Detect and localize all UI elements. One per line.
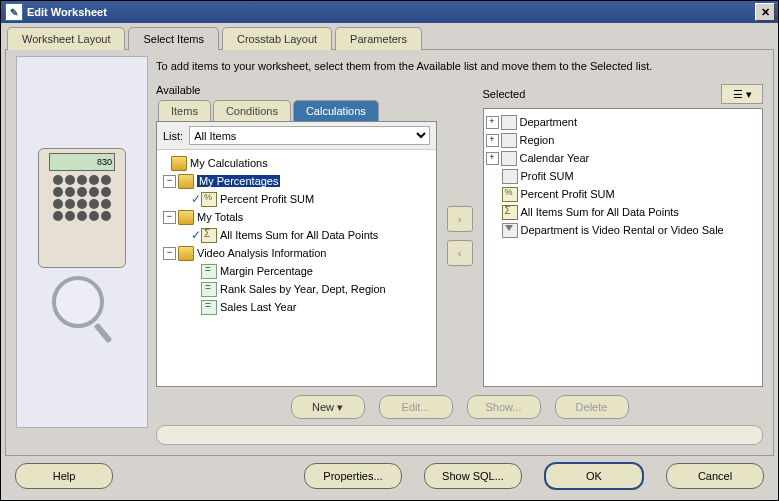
help-button[interactable]: Help [15, 463, 113, 489]
tree-node-video-analysis[interactable]: −Video Analysis Information [159, 244, 434, 262]
inner-tab-calculations[interactable]: Calculations [293, 100, 379, 121]
cancel-button[interactable]: Cancel [666, 463, 764, 489]
tree-leaf-rank-sales[interactable]: Rank Sales by Year, Dept, Region [159, 280, 434, 298]
window-title: Edit Worksheet [27, 6, 753, 18]
folder-icon [171, 156, 187, 171]
expand-icon[interactable]: + [486, 116, 499, 129]
list-icon: ☰ [733, 88, 743, 101]
tree-node-my-percentages[interactable]: −My Percentages [159, 172, 434, 190]
magnifier-icon [52, 276, 112, 336]
move-right-button[interactable]: › [447, 206, 473, 232]
dimension-icon [501, 115, 517, 130]
collapse-icon[interactable]: − [163, 247, 176, 260]
properties-button[interactable]: Properties... [304, 463, 402, 489]
view-mode-button[interactable]: ☰▾ [721, 84, 763, 104]
instruction-text: To add items to your worksheet, select t… [156, 60, 763, 72]
collapse-icon[interactable]: − [163, 175, 176, 188]
tree-leaf-sales-last-year[interactable]: Sales Last Year [159, 298, 434, 316]
funnel-icon [502, 223, 518, 238]
sigma-icon [502, 205, 518, 220]
tab-parameters[interactable]: Parameters [335, 27, 422, 50]
calc-icon [201, 282, 217, 297]
chevron-down-icon: ▾ [746, 88, 752, 101]
status-pane [156, 425, 763, 445]
sigma-icon [201, 228, 217, 243]
show-sql-button[interactable]: Show SQL... [424, 463, 522, 489]
tree-node-my-calculations[interactable]: My Calculations [159, 154, 434, 172]
list-label: List: [163, 130, 183, 142]
calculator-icon: 830 [38, 148, 126, 268]
percent-icon [201, 192, 217, 207]
tab-crosstab-layout[interactable]: Crosstab Layout [222, 27, 332, 50]
tree-node-calendar-year[interactable]: +Calendar Year [486, 149, 761, 167]
folder-icon [178, 246, 194, 261]
close-icon[interactable]: ✕ [755, 3, 775, 21]
tree-node-department[interactable]: +Department [486, 113, 761, 131]
edit-button[interactable]: Edit... [379, 395, 453, 419]
selected-label: Selected [483, 88, 526, 100]
folder-icon [178, 174, 194, 189]
show-button[interactable]: Show... [467, 395, 541, 419]
inner-tab-items[interactable]: Items [158, 100, 211, 121]
new-button[interactable]: New ▾ [291, 395, 365, 419]
dimension-icon [501, 133, 517, 148]
tab-select-items[interactable]: Select Items [128, 27, 219, 50]
dimension-icon [501, 151, 517, 166]
inner-tab-conditions[interactable]: Conditions [213, 100, 291, 121]
list-select[interactable]: All Items [189, 126, 429, 145]
available-tree[interactable]: My Calculations −My Percentages ✓Percent… [157, 150, 436, 386]
selected-tree[interactable]: +Department +Region +Calendar Year Profi… [484, 109, 763, 386]
expand-icon[interactable]: + [486, 134, 499, 147]
tab-worksheet-layout[interactable]: Worksheet Layout [7, 27, 125, 50]
tree-leaf-percent-profit-sum[interactable]: ✓Percent Profit SUM [159, 190, 434, 208]
tree-leaf-margin-pct[interactable]: Margin Percentage [159, 262, 434, 280]
calculator-display: 830 [49, 153, 115, 171]
wizard-illustration: 830 [16, 56, 148, 428]
check-icon: ✓ [191, 192, 201, 206]
ok-button[interactable]: OK [544, 462, 644, 490]
tree-leaf-all-items-sum-sel[interactable]: All Items Sum for All Data Points [486, 203, 761, 221]
delete-button[interactable]: Delete [555, 395, 629, 419]
calc-icon [201, 264, 217, 279]
tree-leaf-all-items-sum[interactable]: ✓All Items Sum for All Data Points [159, 226, 434, 244]
folder-icon [178, 210, 194, 225]
move-left-button[interactable]: ‹ [447, 240, 473, 266]
tree-node-region[interactable]: +Region [486, 131, 761, 149]
tree-leaf-profit-sum[interactable]: Profit SUM [486, 167, 761, 185]
tree-leaf-pct-profit-sum[interactable]: Percent Profit SUM [486, 185, 761, 203]
tree-leaf-filter[interactable]: Department is Video Rental or Video Sale [486, 221, 761, 239]
percent-icon [502, 187, 518, 202]
available-label: Available [156, 84, 200, 96]
tree-node-my-totals[interactable]: −My Totals [159, 208, 434, 226]
calc-icon [201, 300, 217, 315]
collapse-icon[interactable]: − [163, 211, 176, 224]
expand-icon[interactable]: + [486, 152, 499, 165]
app-icon: ✎ [5, 3, 23, 21]
check-icon: ✓ [191, 228, 201, 242]
measure-icon [502, 169, 518, 184]
